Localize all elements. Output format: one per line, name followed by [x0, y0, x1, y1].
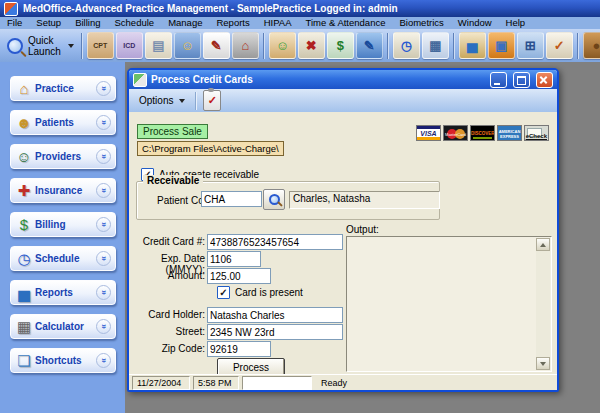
menu-window[interactable]: Window	[451, 17, 499, 29]
visa-logo: VISA	[416, 125, 441, 141]
patient-search-button[interactable]	[263, 189, 285, 210]
card-holder-label: Card Holder:	[131, 309, 205, 320]
chevron-down-icon[interactable]: »	[96, 81, 111, 96]
toolbar-separator	[263, 33, 265, 59]
sidebar-item-insurance[interactable]: ✚Insurance»	[10, 178, 116, 203]
mastercard-logo: MasterCard	[443, 125, 468, 141]
credit-card-label: Credit Card #:	[131, 236, 205, 247]
biometrics-penny-icon[interactable]: ●	[583, 32, 600, 59]
maximize-button[interactable]	[513, 72, 530, 88]
menu-file[interactable]: File	[0, 17, 29, 29]
patient-photo-icon[interactable]: ☺	[174, 32, 201, 59]
patient-card-icon[interactable]: ▤	[145, 32, 172, 59]
fee-calculator-icon[interactable]: ▦	[422, 32, 449, 59]
chevron-down-icon[interactable]: »	[96, 217, 111, 232]
reports-chart-icon: ▅	[13, 285, 35, 300]
practice-building-icon[interactable]: ⌂	[232, 32, 259, 59]
status-date: 11/27/2004	[132, 376, 190, 390]
menu-billing[interactable]: Billing	[68, 17, 107, 29]
charge-entry-icon[interactable]: ✎	[203, 32, 230, 59]
chevron-down-icon[interactable]: »	[96, 353, 111, 368]
card-holder-input[interactable]	[207, 307, 343, 323]
provider-doctor-icon: ☺	[13, 149, 35, 164]
sidebar-item-label: Reports	[35, 287, 73, 298]
claims-editor-icon[interactable]: ✎	[356, 32, 383, 59]
patients-people-icon: ☻	[13, 115, 35, 130]
clipboard-user-icon[interactable]: ✓	[546, 32, 573, 59]
card-present-checkbox[interactable]: ✓	[217, 286, 230, 299]
app-icon	[4, 2, 18, 16]
emr-monitor-icon[interactable]: ▣	[488, 32, 515, 59]
icd-codes-icon[interactable]: ICD	[116, 32, 143, 59]
zip-input[interactable]	[207, 341, 271, 357]
sidebar-item-schedule[interactable]: ◷Schedule»	[10, 246, 116, 271]
close-button[interactable]	[536, 72, 553, 88]
sidebar-item-label: Insurance	[35, 185, 82, 196]
patient-name-field: Charles, Natasha	[289, 191, 440, 209]
cpt-codes-icon[interactable]: CPT	[87, 32, 114, 59]
sidebar-item-label: Calculator	[35, 321, 84, 332]
chevron-down-icon[interactable]: »	[96, 285, 111, 300]
sidebar: ⌂Practice»☻Patients»☺Providers»✚Insuranc…	[0, 62, 125, 413]
appointments-clock-icon[interactable]: ◷	[393, 32, 420, 59]
sidebar-item-label: Practice	[35, 83, 74, 94]
app-window: MedOffice-Advanced Practice Management -…	[0, 0, 600, 413]
dialog-status-bar: 11/27/2004 5:58 PM Ready	[129, 374, 557, 390]
menu-reports[interactable]: Reports	[209, 17, 256, 29]
options-separator	[195, 92, 197, 110]
delete-charges-icon[interactable]: ✖	[298, 32, 325, 59]
process-credit-cards-dialog: Process Credit Cards Options ✓ Process S…	[127, 68, 559, 392]
shortcuts-folder-icon: ❏	[13, 353, 35, 368]
quick-launch-button[interactable]: Quick Launch	[7, 35, 74, 57]
chevron-down-icon[interactable]: »	[96, 319, 111, 334]
search-icon	[269, 194, 280, 205]
network-icon[interactable]: ⊞	[517, 32, 544, 59]
menu-help[interactable]: Help	[499, 17, 533, 29]
patient-code-input[interactable]	[201, 191, 262, 207]
menu-biometrics[interactable]: Biometrics	[392, 17, 450, 29]
sidebar-item-reports[interactable]: ▅Reports»	[10, 280, 116, 305]
sidebar-item-label: Schedule	[35, 253, 79, 264]
options-menu-button[interactable]: Options	[135, 93, 189, 108]
post-payments-icon[interactable]: $	[327, 32, 354, 59]
scroll-up-icon[interactable]	[536, 238, 550, 251]
quick-launch-label: Quick Launch	[28, 35, 61, 57]
toolbar-separator	[387, 33, 389, 59]
minimize-button[interactable]	[490, 72, 507, 88]
chevron-down-icon[interactable]: »	[96, 149, 111, 164]
scrollbar[interactable]	[536, 238, 550, 370]
chevron-down-icon[interactable]: »	[96, 183, 111, 198]
chevron-down-icon[interactable]: »	[96, 115, 111, 130]
menu-setup[interactable]: Setup	[29, 17, 68, 29]
menu-schedule[interactable]: Schedule	[108, 17, 162, 29]
sidebar-item-shortcuts[interactable]: ❏Shortcuts»	[10, 348, 116, 373]
toolbar-separator	[81, 33, 83, 59]
status-ready: Ready	[315, 378, 347, 388]
card-present-label: Card is present	[235, 287, 303, 298]
sidebar-item-providers[interactable]: ☺Providers»	[10, 144, 116, 169]
scroll-down-icon[interactable]	[536, 357, 550, 370]
search-icon	[7, 38, 23, 54]
menu-manage[interactable]: Manage	[161, 17, 209, 29]
patient-activate-icon[interactable]: ☺	[269, 32, 296, 59]
menu-time-attendance[interactable]: Time & Attendance	[299, 17, 393, 29]
credit-card-input[interactable]	[207, 234, 343, 250]
sidebar-item-billing[interactable]: $Billing»	[10, 212, 116, 237]
post-transaction-icon[interactable]: ✓	[203, 90, 221, 111]
exp-date-input[interactable]	[207, 251, 261, 267]
sidebar-item-label: Patients	[35, 117, 74, 128]
street-input[interactable]	[207, 324, 343, 340]
card-present-row: ✓ Card is present	[217, 286, 303, 299]
dialog-titlebar[interactable]: Process Credit Cards	[129, 70, 557, 89]
sidebar-item-label: Shortcuts	[35, 355, 82, 366]
menu-hipaa[interactable]: HIPAA	[257, 17, 299, 29]
zip-label: Zip Code:	[131, 343, 205, 354]
output-box[interactable]	[346, 236, 552, 372]
sidebar-item-practice[interactable]: ⌂Practice»	[10, 76, 116, 101]
sidebar-item-patients[interactable]: ☻Patients»	[10, 110, 116, 135]
amount-input[interactable]	[207, 268, 271, 284]
chevron-down-icon[interactable]: »	[96, 251, 111, 266]
reports-chart-icon[interactable]: ▅	[459, 32, 486, 59]
sidebar-item-calculator[interactable]: ▦Calculator»	[10, 314, 116, 339]
echeck-logo: eCheck	[524, 125, 549, 141]
